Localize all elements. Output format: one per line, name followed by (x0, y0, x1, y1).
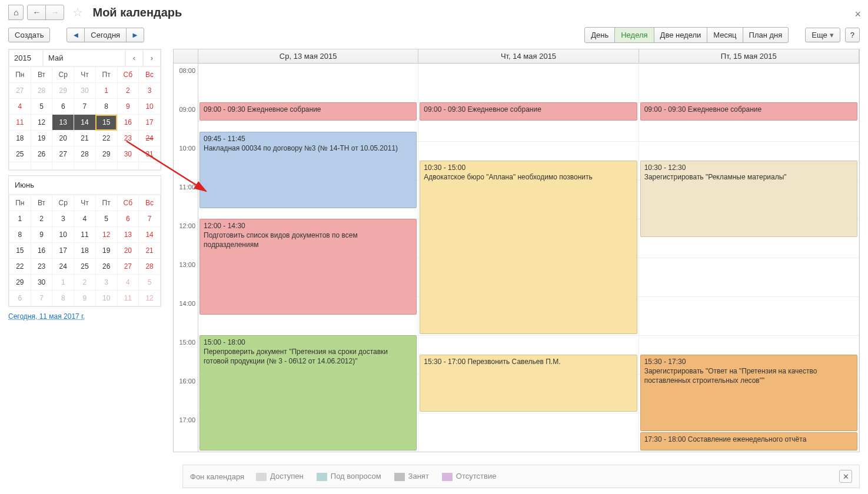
mini-day[interactable]: 13 (52, 115, 74, 131)
mini-day[interactable]: 19 (31, 131, 52, 146)
mini-day[interactable]: 3 (95, 275, 117, 291)
mini-day[interactable]: 14 (74, 115, 96, 131)
mini-day[interactable]: 13 (117, 227, 139, 243)
mini-day[interactable]: 29 (52, 83, 74, 99)
mini-day[interactable]: 23 (31, 259, 52, 275)
next-period-button[interactable]: ► (126, 28, 144, 42)
mini-day[interactable] (95, 162, 117, 170)
mini-day[interactable]: 1 (9, 211, 31, 227)
calendar-event[interactable]: 10:30 - 15:00 Адвокатское бюро "Аплана" … (420, 161, 637, 334)
mini-day[interactable]: 12 (139, 291, 161, 306)
mini-day[interactable]: 20 (117, 243, 139, 259)
mini-day[interactable] (31, 162, 52, 170)
mini-day[interactable]: 21 (74, 131, 96, 146)
view-dayplan[interactable]: План дня (743, 27, 789, 43)
mini-day[interactable]: 9 (117, 99, 139, 115)
mini-day[interactable]: 3 (52, 211, 74, 227)
create-button[interactable]: Создать (8, 28, 50, 42)
help-button[interactable]: ? (845, 28, 860, 42)
mini-day[interactable]: 29 (9, 275, 31, 291)
mini-day[interactable]: 28 (74, 146, 96, 162)
view-day[interactable]: День (584, 27, 615, 43)
mini-day[interactable]: 5 (31, 99, 52, 115)
mini-day[interactable]: 7 (74, 99, 96, 115)
mini-day[interactable]: 17 (52, 243, 74, 259)
mini-day[interactable]: 9 (31, 227, 52, 243)
view-month[interactable]: Месяц (707, 27, 743, 43)
mini-day[interactable]: 7 (31, 291, 52, 306)
mini-day[interactable]: 4 (74, 211, 96, 227)
mini-day[interactable]: 22 (9, 259, 31, 275)
mini-day[interactable]: 8 (9, 227, 31, 243)
mini-day[interactable]: 1 (95, 83, 117, 99)
mini-day[interactable]: 26 (31, 146, 52, 162)
mini-day[interactable]: 30 (31, 275, 52, 291)
mini-day[interactable]: 28 (31, 83, 52, 99)
mini-day[interactable]: 6 (117, 211, 139, 227)
mini-day[interactable]: 12 (95, 227, 117, 243)
mini-day[interactable]: 3 (139, 83, 161, 99)
back-button[interactable]: ← (27, 5, 46, 20)
mini-year[interactable]: 2015 (9, 49, 43, 66)
mini-day[interactable]: 5 (139, 275, 161, 291)
mini-prev[interactable]: ‹ (125, 49, 143, 66)
mini-day[interactable] (74, 162, 96, 170)
mini-day[interactable]: 21 (139, 243, 161, 259)
mini-day[interactable]: 22 (95, 131, 117, 146)
mini-day[interactable]: 4 (117, 275, 139, 291)
calendar-event[interactable]: 10:30 - 12:30 Зарегистрировать "Рекламны… (640, 161, 857, 237)
mini-day[interactable]: 11 (9, 115, 31, 131)
calendar-event[interactable]: 12:00 - 14:30 Подготовить список видов д… (199, 219, 417, 315)
calendar-event[interactable]: 09:00 - 09:30 Ежедневное собрание (420, 102, 637, 121)
more-button[interactable]: Еще ▾ (805, 28, 840, 42)
mini-day[interactable]: 16 (31, 243, 52, 259)
mini-day[interactable]: 2 (74, 275, 96, 291)
mini-day[interactable] (9, 162, 31, 170)
mini-day[interactable]: 2 (31, 211, 52, 227)
calendar-event[interactable]: 09:00 - 09:30 Ежедневное собрание (640, 102, 857, 121)
mini-day[interactable]: 10 (52, 227, 74, 243)
mini-day[interactable]: 9 (74, 291, 96, 306)
mini-day[interactable]: 10 (139, 99, 161, 115)
mini-day[interactable]: 29 (95, 146, 117, 162)
mini-day[interactable]: 11 (74, 227, 96, 243)
mini-day[interactable]: 31 (139, 146, 161, 162)
calendar-event[interactable]: 15:30 - 17:30 Зарегистрировать "Ответ на… (640, 355, 857, 431)
today-button[interactable]: Сегодня (84, 28, 127, 42)
mini-day[interactable]: 4 (9, 99, 31, 115)
mini-day[interactable]: 23 (117, 131, 139, 146)
calendar-event[interactable]: 17:30 - 18:00 Составление еженедельного … (640, 432, 857, 450)
mini-day[interactable] (117, 162, 139, 170)
mini-day[interactable]: 25 (74, 259, 96, 275)
mini-day[interactable]: 28 (139, 259, 161, 275)
calendar-event[interactable]: 15:00 - 18:00 Перепроверить документ "Пр… (199, 335, 417, 450)
mini-day[interactable]: 11 (117, 291, 139, 306)
legend-close[interactable]: ✕ (839, 470, 852, 483)
mini-day[interactable]: 26 (95, 259, 117, 275)
mini-day[interactable]: 24 (52, 259, 74, 275)
calendar-event[interactable]: 09:00 - 09:30 Ежедневное собрание (199, 102, 417, 121)
prev-period-button[interactable]: ◄ (66, 28, 85, 42)
mini-day[interactable]: 25 (9, 146, 31, 162)
mini-day[interactable]: 15 (9, 243, 31, 259)
mini-day[interactable]: 18 (74, 243, 96, 259)
mini-day[interactable]: 5 (95, 211, 117, 227)
mini-day[interactable] (139, 162, 161, 170)
mini-day[interactable]: 16 (117, 115, 139, 131)
mini-day[interactable]: 27 (117, 259, 139, 275)
mini-month[interactable]: Май (43, 49, 125, 66)
mini-day[interactable]: 1 (52, 275, 74, 291)
mini-day[interactable]: 8 (52, 291, 74, 306)
calendar-event[interactable]: 15:30 - 17:00 Перезвонить Савельев П.М. (420, 355, 637, 412)
mini-day[interactable]: 27 (52, 146, 74, 162)
mini-day[interactable]: 27 (9, 83, 31, 99)
mini-next[interactable]: › (143, 49, 161, 66)
close-button[interactable]: × (854, 8, 861, 21)
mini-day[interactable]: 19 (95, 243, 117, 259)
mini-day[interactable]: 24 (139, 131, 161, 146)
view-twoweeks[interactable]: Две недели (654, 27, 708, 43)
mini-day[interactable]: 12 (31, 115, 52, 131)
mini-day[interactable]: 20 (52, 131, 74, 146)
mini-day[interactable]: 15 (95, 115, 117, 131)
mini-day[interactable]: 10 (95, 291, 117, 306)
